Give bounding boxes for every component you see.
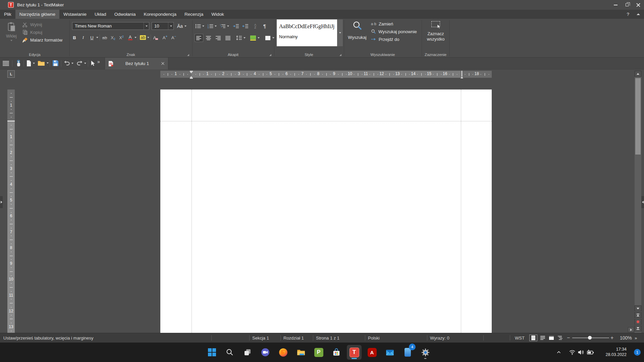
multilevel-list-dropdown[interactable] xyxy=(227,25,229,27)
cut-button[interactable]: Wytnij xyxy=(22,21,42,27)
grow-font-button[interactable]: A+ xyxy=(162,34,168,41)
highlight-button[interactable]: ab xyxy=(140,34,146,41)
tab-widok[interactable]: Widok xyxy=(207,10,228,19)
collapse-ribbon-button[interactable] xyxy=(633,10,644,19)
paste-dropdown[interactable] xyxy=(10,40,12,41)
save-button[interactable] xyxy=(52,60,59,68)
previous-page-button[interactable] xyxy=(635,312,641,318)
phone-link-button[interactable]: 4 xyxy=(400,345,415,360)
paste-button[interactable]: Wklej xyxy=(3,21,20,50)
undo-button[interactable] xyxy=(64,60,73,66)
multilevel-list-button[interactable]: 1 a xyxy=(219,22,226,30)
taskbar-search-button[interactable] xyxy=(222,345,237,360)
font-name-dropdown[interactable] xyxy=(144,22,149,29)
mail-button[interactable] xyxy=(382,345,397,360)
bold-button[interactable]: B xyxy=(71,34,78,41)
select-tool-button[interactable] xyxy=(91,60,96,68)
decrease-indent-button[interactable] xyxy=(242,22,249,30)
file-explorer-button[interactable] xyxy=(293,345,308,360)
zoom-slider-thumb[interactable] xyxy=(588,336,592,340)
tab-recenzja[interactable]: Recenzja xyxy=(180,10,207,19)
numbered-list-dropdown[interactable] xyxy=(215,25,217,27)
battery-button[interactable] xyxy=(586,348,595,357)
left-panel-toggle[interactable] xyxy=(0,196,3,208)
planmaker-button[interactable]: P xyxy=(311,345,326,360)
close-button[interactable] xyxy=(633,0,644,10)
tab-odwolania[interactable]: Odwołania xyxy=(110,10,140,19)
new-document-button[interactable] xyxy=(26,60,35,67)
firefox-button[interactable] xyxy=(276,345,290,360)
first-line-indent-marker[interactable] xyxy=(190,71,193,73)
task-view-button[interactable] xyxy=(240,345,255,360)
font-color-button[interactable]: A xyxy=(127,34,133,41)
align-left-button[interactable] xyxy=(195,34,203,42)
strikethrough-button[interactable]: ab xyxy=(101,34,108,41)
replace-button[interactable]: a·b Zamień xyxy=(371,21,393,27)
undo-dropdown[interactable] xyxy=(71,63,73,64)
new-document-dropdown[interactable] xyxy=(33,63,35,64)
tab-korespondencja[interactable]: Korespondencja xyxy=(140,10,180,19)
status-page[interactable]: Strona 1 z 1 xyxy=(316,333,339,343)
zoom-level[interactable]: 100% xyxy=(620,333,632,343)
view-continuous-button[interactable] xyxy=(539,335,547,341)
znak-dialog-launcher[interactable] xyxy=(187,54,189,56)
font-name-combo[interactable]: Times New Roman xyxy=(72,22,149,30)
status-insert-mode[interactable]: WST xyxy=(515,333,525,343)
tab-type-selector[interactable]: L xyxy=(7,70,15,78)
status-chapter[interactable]: Rozdział 1 xyxy=(283,333,304,343)
scrollbar-thumb[interactable] xyxy=(635,78,641,155)
paragraph-marks-button[interactable]: ¶ xyxy=(261,22,268,30)
shading-button[interactable] xyxy=(250,34,256,42)
zoom-out-button[interactable]: − xyxy=(567,333,570,343)
akapit-dialog-launcher[interactable] xyxy=(269,54,271,56)
font-size-dropdown[interactable] xyxy=(168,22,173,29)
vertical-scrollbar[interactable] xyxy=(635,71,641,333)
subscript-button[interactable]: X2 xyxy=(110,34,116,41)
superscript-button[interactable]: X2 xyxy=(118,34,125,41)
settings-button[interactable] xyxy=(418,345,433,360)
redo-dropdown[interactable] xyxy=(84,63,86,64)
open-button[interactable] xyxy=(38,60,49,66)
restore-button[interactable] xyxy=(621,0,633,10)
increase-indent-button[interactable] xyxy=(232,22,239,30)
view-fullscreen-button[interactable] xyxy=(547,335,555,341)
status-language[interactable]: Polski xyxy=(368,333,380,343)
style-gallery-dropdown[interactable] xyxy=(337,19,343,46)
bullet-list-button[interactable] xyxy=(195,22,201,30)
document-tab-close[interactable] xyxy=(161,62,165,65)
goto-button[interactable]: Przejdź do xyxy=(371,36,399,42)
bullet-list-dropdown[interactable] xyxy=(202,25,204,27)
clear-formatting-button[interactable]: A xyxy=(152,34,159,41)
underline-dropdown[interactable] xyxy=(96,37,98,38)
acrobat-button[interactable]: A xyxy=(365,345,379,360)
textmaker-taskbar-button[interactable]: T xyxy=(347,345,362,360)
line-spacing-dropdown[interactable] xyxy=(244,37,246,39)
volume-button[interactable] xyxy=(576,348,586,357)
browse-object-button[interactable] xyxy=(635,319,641,325)
left-indent-marker[interactable] xyxy=(190,76,193,79)
change-case-button[interactable]: Äa xyxy=(177,22,186,30)
italic-button[interactable]: I xyxy=(80,34,87,41)
tab-narzedzia-glowne[interactable]: Narzędzia główne xyxy=(15,10,59,19)
toolbar-overflow-button[interactable]: » xyxy=(97,59,100,64)
scroll-right-button[interactable] xyxy=(628,327,634,332)
zoom-in-button[interactable]: + xyxy=(610,333,613,343)
change-case-dropdown[interactable] xyxy=(184,25,186,27)
align-center-button[interactable] xyxy=(204,34,213,42)
tab-plik[interactable]: Plik xyxy=(0,10,15,19)
redo-button[interactable] xyxy=(76,60,86,66)
highlight-dropdown[interactable] xyxy=(147,37,149,38)
status-word-count[interactable]: Wyrazy: 0 xyxy=(430,333,449,343)
start-button[interactable] xyxy=(205,345,219,360)
numbered-list-button[interactable]: 123 xyxy=(207,22,214,30)
document-tab[interactable]: Bez tytułu 1 xyxy=(105,58,168,69)
format-painter-button[interactable]: Malarz formatów xyxy=(22,37,62,43)
copy-button[interactable]: Kopiuj xyxy=(22,29,42,35)
tray-overflow-button[interactable] xyxy=(554,348,564,357)
tab-wstawianie[interactable]: Wstawianie xyxy=(59,10,91,19)
scroll-down-button[interactable] xyxy=(635,305,641,311)
select-all-button[interactable]: Zaznacz wszystko xyxy=(423,20,448,49)
align-right-button[interactable] xyxy=(214,34,223,42)
font-color-dropdown[interactable] xyxy=(135,37,137,38)
notification-badge[interactable]: 1 xyxy=(634,349,641,356)
